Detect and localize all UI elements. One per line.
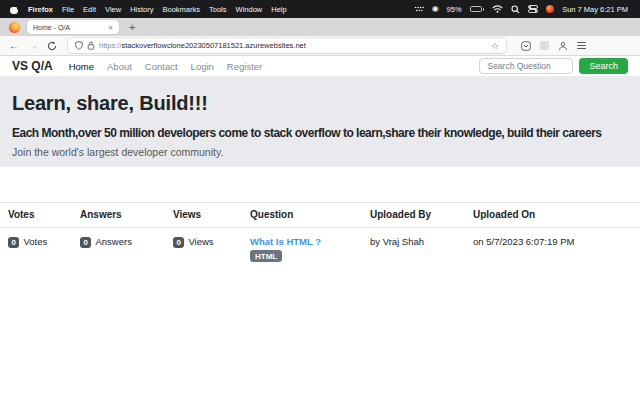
url-bar[interactable]: https://stackoverflowclone20230507181521… xyxy=(68,38,506,53)
extension-icon[interactable] xyxy=(540,41,549,50)
spotlight-icon[interactable] xyxy=(511,5,520,14)
bookmark-star-icon[interactable]: ☆ xyxy=(491,41,499,51)
header-answers: Answers xyxy=(72,203,165,228)
menubar-app-icon[interactable] xyxy=(546,5,554,13)
lock-icon[interactable] xyxy=(87,41,95,50)
menu-firefox[interactable]: Firefox xyxy=(28,5,53,14)
tab-title: Home - Q/A xyxy=(33,24,104,31)
votes-count-badge: 0 xyxy=(8,237,19,248)
new-tab-button[interactable]: + xyxy=(129,22,135,33)
battery-percent: 95% xyxy=(447,5,462,14)
nav-about[interactable]: About xyxy=(107,61,132,72)
content-gap xyxy=(0,167,640,202)
table-header-row: Votes Answers Views Question Uploaded By… xyxy=(0,203,640,228)
menu-file[interactable]: File xyxy=(62,5,74,14)
header-votes: Votes xyxy=(0,203,72,228)
back-button[interactable]: ← xyxy=(9,41,19,51)
menu-view[interactable]: View xyxy=(105,5,121,14)
nav-register[interactable]: Register xyxy=(227,61,262,72)
menubar-clock[interactable]: Sun 7 May 6:21 PM xyxy=(562,5,628,14)
answers-cell: 0Answers xyxy=(72,228,165,271)
pocket-icon[interactable] xyxy=(521,41,531,51)
hero-section: Learn, share, Build!!! Each Month,over 5… xyxy=(0,77,640,167)
url-text: https://stackoverflowclone20230507181521… xyxy=(99,41,306,50)
search-button[interactable]: Search xyxy=(579,58,628,74)
tab-close-icon[interactable]: × xyxy=(108,23,113,32)
tab-strip: Home - Q/A × + xyxy=(0,18,640,36)
browser-toolbar: ← → https://stackoverflowclone2023050718… xyxy=(0,36,640,56)
nav-contact[interactable]: Contact xyxy=(145,61,178,72)
brand[interactable]: VS Q/A xyxy=(12,59,53,73)
wifi-icon[interactable] xyxy=(492,5,503,13)
hero-title: Learn, share, Build!!! xyxy=(12,92,628,115)
control-center-icon[interactable] xyxy=(528,5,538,13)
menu-icon[interactable] xyxy=(577,42,586,49)
hero-subtitle: Each Month,over 50 million developers co… xyxy=(12,126,628,140)
menu-edit[interactable]: Edit xyxy=(83,5,96,14)
questions-table: Votes Answers Views Question Uploaded By… xyxy=(0,202,640,270)
apple-icon[interactable] xyxy=(10,5,19,14)
question-cell: What Is HTML ? HTML xyxy=(242,228,362,271)
screen-record-icon[interactable]: ◉ xyxy=(432,5,439,13)
question-link[interactable]: What Is HTML ? xyxy=(250,236,321,247)
header-uploaded-by: Uploaded By xyxy=(362,203,465,228)
question-tag-badge[interactable]: HTML xyxy=(250,250,282,262)
menu-bookmarks[interactable]: Bookmarks xyxy=(163,5,201,14)
answers-count-badge: 0 xyxy=(80,237,91,248)
input-source-icon[interactable] xyxy=(414,5,424,13)
menu-help[interactable]: Help xyxy=(271,5,286,14)
account-icon[interactable] xyxy=(558,41,568,51)
menu-history[interactable]: History xyxy=(130,5,153,14)
votes-cell: 0Votes xyxy=(0,228,72,271)
screen: Firefox File Edit View History Bookmarks… xyxy=(0,0,640,416)
browser-tab[interactable]: Home - Q/A × xyxy=(27,20,119,34)
nav-home[interactable]: Home xyxy=(69,61,94,72)
views-count-badge: 0 xyxy=(173,237,184,248)
site-navbar: VS Q/A Home About Contact Login Register… xyxy=(0,56,640,77)
search-input[interactable] xyxy=(479,58,573,74)
firefox-logo-icon[interactable] xyxy=(9,22,20,33)
header-views: Views xyxy=(165,203,242,228)
reload-button[interactable] xyxy=(47,41,57,51)
uploaded-by-cell: by Vraj Shah xyxy=(362,228,465,271)
macos-menubar: Firefox File Edit View History Bookmarks… xyxy=(0,0,640,18)
forward-button[interactable]: → xyxy=(28,41,38,51)
uploaded-on-cell: on 5/7/2023 6:07:19 PM xyxy=(465,228,640,271)
battery-icon[interactable] xyxy=(470,6,485,12)
nav-login[interactable]: Login xyxy=(191,61,214,72)
menu-window[interactable]: Window xyxy=(236,5,263,14)
header-uploaded-on: Uploaded On xyxy=(465,203,640,228)
header-question: Question xyxy=(242,203,362,228)
table-row: 0Votes 0Answers 0Views What Is HTML ? HT… xyxy=(0,228,640,271)
hero-tagline: Join the world's largest developer commu… xyxy=(12,146,628,158)
menu-tools[interactable]: Tools xyxy=(209,5,227,14)
shield-icon[interactable] xyxy=(75,41,83,50)
views-cell: 0Views xyxy=(165,228,242,271)
